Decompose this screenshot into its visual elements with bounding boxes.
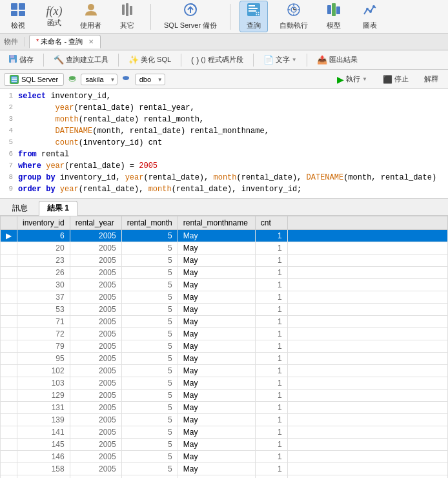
svg-rect-26	[332, 3, 336, 16]
row-arrow	[1, 340, 17, 353]
jianze-icon	[10, 3, 26, 19]
toolbar-sqlserver[interactable]: SQL Server 備份	[160, 1, 221, 32]
cell-spacer	[287, 353, 447, 365]
toolbar-user[interactable]: 使用者	[76, 1, 105, 32]
toolbar-other[interactable]: 其它	[113, 1, 141, 32]
toolbar-jianze-label: 檢視	[11, 21, 25, 30]
schema-select-wrap[interactable]: dbo	[121, 74, 165, 85]
cell-rental_monthname: May	[178, 255, 255, 267]
cell-inventory_id: 72	[17, 328, 70, 340]
cell-inventory_id: 103	[17, 377, 70, 390]
table-row[interactable]: 10320055May1	[1, 377, 448, 390]
cell-rental_monthname: May	[178, 316, 255, 328]
hanshi-icon: f(x)	[46, 5, 63, 17]
table-row[interactable]: 17820055May1	[1, 475, 448, 479]
execute-icon: ▶	[337, 74, 344, 85]
table-row[interactable]: 5320055May1	[1, 304, 448, 316]
cell-spacer	[287, 340, 447, 353]
cell-inventory_id: 178	[17, 475, 70, 479]
sql-editor[interactable]: 1 select inventory_id, 2 year(rental_dat…	[0, 89, 448, 199]
export-label: 匯出結果	[329, 55, 358, 65]
table-row[interactable]: ▶620055May1	[1, 230, 448, 242]
table-row[interactable]: 7920055May1	[1, 340, 448, 353]
table-row[interactable]: 2620055May1	[1, 267, 448, 279]
text-button[interactable]: 📄 文字 ▼	[259, 53, 301, 67]
tab-close-icon[interactable]: ✕	[88, 38, 94, 45]
header-rental-year[interactable]: rental_year	[70, 216, 121, 230]
stop-button[interactable]: ⬛ 停止	[377, 72, 414, 86]
cell-rental_month: 5	[121, 451, 178, 463]
cell-rental_month: 5	[121, 328, 178, 340]
user-icon	[84, 3, 98, 19]
save-button[interactable]: 儲存	[4, 52, 38, 67]
toolbar-hanshi[interactable]: f(x) 函式	[40, 4, 68, 29]
toolbar-autoexec[interactable]: 自動執行	[276, 1, 312, 32]
stop-label: 停止	[394, 74, 409, 84]
cell-rental_month: 5	[121, 267, 178, 279]
cell-rental_year: 2005	[70, 328, 121, 340]
toolbar-query[interactable]: 查詢	[239, 1, 268, 32]
toolbar-model[interactable]: 模型	[320, 1, 348, 32]
query-icon	[247, 3, 261, 19]
table-row[interactable]: 15820055May1	[1, 463, 448, 475]
toolbar-user-label: 使用者	[80, 21, 101, 30]
cell-rental_month: 5	[121, 439, 178, 451]
cell-cnt: 1	[255, 242, 287, 255]
row-arrow	[1, 353, 17, 365]
snippet-button[interactable]: ( ) () 程式碼片段	[187, 53, 248, 67]
cell-inventory_id: 145	[17, 439, 70, 451]
database-select-wrap[interactable]: sakila sys	[68, 74, 117, 85]
table-row[interactable]: 2020055May1	[1, 242, 448, 255]
svg-point-29	[369, 10, 372, 13]
table-row[interactable]: 10220055May1	[1, 365, 448, 377]
cell-rental_month: 5	[121, 414, 178, 426]
table-row[interactable]: 3020055May1	[1, 279, 448, 291]
query-builder-button[interactable]: 🔨 查詢建立工具	[49, 53, 113, 67]
cell-inventory_id: 6	[17, 230, 70, 242]
table-row[interactable]: 13920055May1	[1, 414, 448, 426]
row-arrow	[1, 439, 17, 451]
schema-select[interactable]: dbo	[135, 74, 165, 85]
results-tab-result1[interactable]: 結果 1	[39, 201, 77, 216]
table-row[interactable]: 12920055May1	[1, 390, 448, 402]
sql-line-2: 2 year(rental_date) rental_year,	[0, 103, 448, 115]
table-row[interactable]: 14120055May1	[1, 426, 448, 439]
row-arrow	[1, 279, 17, 291]
toolbar-report[interactable]: 圖表	[356, 1, 384, 32]
table-row[interactable]: 3720055May1	[1, 291, 448, 304]
table-row[interactable]: 14620055May1	[1, 451, 448, 463]
cell-rental_year: 2005	[70, 414, 121, 426]
table-row[interactable]: 2320055May1	[1, 255, 448, 267]
execute-button[interactable]: ▶ 執行 ▼	[331, 72, 373, 87]
table-row[interactable]: 7220055May1	[1, 328, 448, 340]
row-arrow	[1, 291, 17, 304]
header-inventory-id[interactable]: inventory_id	[17, 216, 70, 230]
toolbar-jianze[interactable]: 檢視	[4, 1, 32, 32]
table-row[interactable]: 13120055May1	[1, 402, 448, 414]
cell-rental_year: 2005	[70, 340, 121, 353]
export-button[interactable]: 📤 匯出結果	[312, 53, 362, 67]
data-table-wrap[interactable]: inventory_id rental_year rental_month re…	[0, 216, 448, 478]
header-rental-monthname[interactable]: rental_monthname	[178, 216, 255, 230]
text-icon: 📄	[263, 55, 274, 65]
table-row[interactable]: 9520055May1	[1, 353, 448, 365]
database-select[interactable]: sakila sys	[81, 74, 117, 85]
cell-inventory_id: 53	[17, 304, 70, 316]
query-tab[interactable]: * 未命名 - 查詢 ✕	[29, 35, 101, 48]
svg-rect-37	[12, 81, 17, 82]
results-tab-info[interactable]: 訊息	[4, 201, 36, 215]
tab-prefix: *	[36, 37, 39, 45]
table-row[interactable]: 7120055May1	[1, 316, 448, 328]
header-rental-month[interactable]: rental_month	[121, 216, 178, 230]
row-arrow	[1, 463, 17, 475]
cell-rental_month: 5	[121, 304, 178, 316]
beautify-button[interactable]: ✨ 美化 SQL	[124, 53, 176, 67]
cell-spacer	[287, 291, 447, 304]
table-row[interactable]: 14520055May1	[1, 439, 448, 451]
explain-button[interactable]: 解釋	[418, 72, 444, 86]
header-cnt[interactable]: cnt	[255, 216, 287, 230]
row-arrow	[1, 242, 17, 255]
cell-rental_year: 2005	[70, 242, 121, 255]
cell-cnt: 1	[255, 316, 287, 328]
cell-spacer	[287, 390, 447, 402]
